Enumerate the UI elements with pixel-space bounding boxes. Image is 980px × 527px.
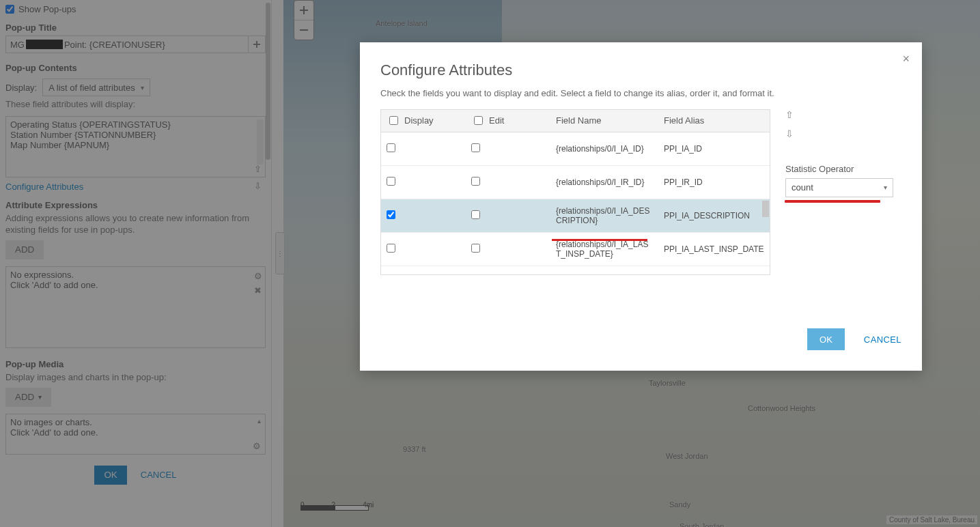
- field-alias-cell: PPI_IA_DESCRIPTION: [658, 207, 770, 225]
- annotation-underline: [785, 200, 880, 203]
- field-name-cell: {relationships/0/I_IA_DESCRIPTION}: [550, 202, 658, 229]
- configure-attributes-dialog: × Configure Attributes Check the fields …: [360, 42, 922, 371]
- move-down-icon[interactable]: ⇩: [785, 128, 901, 139]
- column-header: Display: [404, 115, 434, 126]
- close-icon[interactable]: ×: [902, 52, 910, 66]
- annotation-underline: [552, 239, 647, 241]
- table-row[interactable]: {relationships/0/INSP_STATUS}PPI_INSPECT…: [381, 266, 770, 275]
- edit-checkbox[interactable]: [471, 143, 480, 152]
- table-row[interactable]: {relationships/0/I_IR_ID}PPI_IR_ID: [381, 166, 770, 199]
- column-header: Edit: [489, 115, 504, 126]
- field-alias-cell: PPI_IA_LAST_INSP_DATE: [658, 240, 770, 258]
- dialog-title: Configure Attributes: [380, 61, 901, 79]
- grid-header: Display Edit Field Name Field Alias: [380, 109, 770, 132]
- field-name-cell: {relationships/0/I_IA_ID}: [550, 140, 658, 158]
- grid-body[interactable]: {relationships/0/I_IA_ID}PPI_IA_ID{relat…: [380, 132, 770, 275]
- field-alias-cell: PPI_INSPECTION_STATUS: [658, 269, 770, 275]
- dialog-ok-button[interactable]: OK: [807, 328, 845, 350]
- select-value: count: [792, 182, 813, 193]
- move-up-icon[interactable]: ⇧: [785, 109, 901, 120]
- grid-scrollbar[interactable]: [761, 132, 770, 274]
- table-row[interactable]: {relationships/0/I_IA_ID}PPI_IA_ID: [381, 132, 770, 166]
- table-row[interactable]: {relationships/0/I_IA_LAST_INSP_DATE}PPI…: [381, 233, 770, 266]
- display-all-checkbox[interactable]: [389, 116, 398, 125]
- field-name-cell: {relationships/0/I_IR_ID}: [550, 173, 658, 191]
- app-root: Antelope IslandCentervilleMurrayTaylorsv…: [0, 0, 980, 527]
- statistic-operator-label: Statistic Operator: [785, 164, 901, 174]
- edit-all-checkbox[interactable]: [474, 116, 483, 125]
- display-checkbox[interactable]: [387, 143, 395, 152]
- display-checkbox[interactable]: [387, 210, 395, 219]
- column-header: Field Name: [556, 115, 601, 126]
- attributes-grid: Display Edit Field Name Field Alias {rel…: [380, 109, 770, 273]
- display-checkbox[interactable]: [387, 177, 395, 186]
- dialog-subtitle: Check the fields you want to display and…: [380, 87, 901, 100]
- table-row[interactable]: {relationships/0/I_IA_DESCRIPTION}PPI_IA…: [381, 199, 770, 233]
- field-alias-cell: PPI_IR_ID: [658, 173, 770, 191]
- edit-checkbox[interactable]: [471, 177, 480, 186]
- field-alias-cell: PPI_IA_ID: [658, 140, 770, 158]
- field-name-cell: {relationships/0/INSP_STATUS}: [550, 269, 658, 275]
- chevron-down-icon: ▾: [884, 184, 887, 191]
- edit-checkbox[interactable]: [471, 210, 480, 219]
- display-checkbox[interactable]: [387, 244, 395, 253]
- dialog-cancel-button[interactable]: CANCEL: [864, 334, 901, 345]
- edit-checkbox[interactable]: [471, 244, 480, 253]
- column-header: Field Alias: [664, 115, 704, 126]
- grid-side-controls: ⇧ ⇩ Statistic Operator count ▾: [785, 109, 901, 273]
- statistic-operator-select[interactable]: count ▾: [785, 178, 893, 197]
